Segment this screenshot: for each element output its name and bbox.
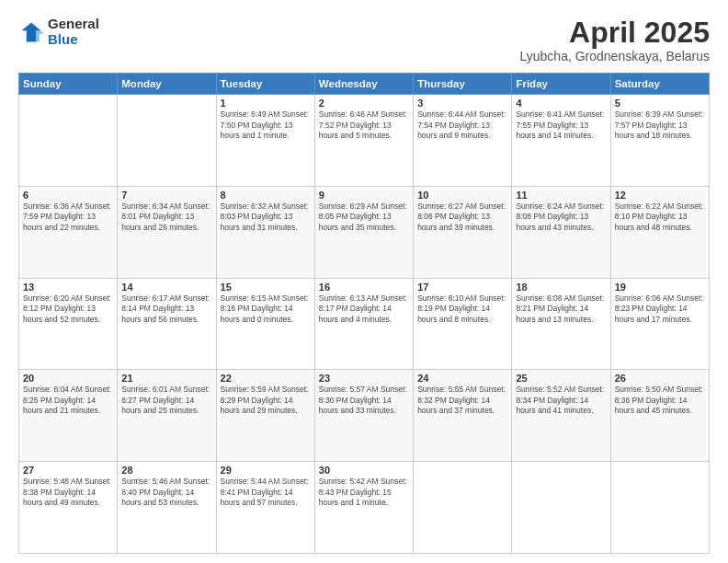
weekday-header-saturday: Saturday <box>610 74 709 95</box>
logo-blue-text: Blue <box>48 32 99 48</box>
calendar-cell: 27Sunrise: 5:48 AM Sunset: 8:38 PM Dayli… <box>19 462 118 554</box>
calendar-cell: 4Sunrise: 6:41 AM Sunset: 7:55 PM Daylig… <box>512 95 610 187</box>
calendar-cell <box>512 462 610 554</box>
week-row-5: 27Sunrise: 5:48 AM Sunset: 8:38 PM Dayli… <box>19 462 710 554</box>
day-number: 27 <box>23 465 113 476</box>
page: General Blue April 2025 Lyubcha, Grodnen… <box>0 0 728 563</box>
day-number: 20 <box>23 373 113 384</box>
calendar-cell: 22Sunrise: 5:59 AM Sunset: 8:29 PM Dayli… <box>216 370 314 462</box>
title-block: April 2025 Lyubcha, Grodnenskaya, Belaru… <box>520 17 711 63</box>
day-info: Sunrise: 5:55 AM Sunset: 8:32 PM Dayligh… <box>417 385 507 416</box>
day-info: Sunrise: 6:39 AM Sunset: 7:57 PM Dayligh… <box>615 109 705 141</box>
calendar-cell: 2Sunrise: 6:46 AM Sunset: 7:52 PM Daylig… <box>314 95 413 187</box>
weekday-header-thursday: Thursday <box>414 74 512 95</box>
weekday-header-tuesday: Tuesday <box>216 74 314 95</box>
day-info: Sunrise: 6:27 AM Sunset: 8:06 PM Dayligh… <box>417 201 507 233</box>
day-info: Sunrise: 6:34 AM Sunset: 8:01 PM Dayligh… <box>121 201 211 233</box>
calendar-cell: 11Sunrise: 6:24 AM Sunset: 8:08 PM Dayli… <box>512 186 610 278</box>
logo-text: General Blue <box>48 17 99 47</box>
day-info: Sunrise: 5:46 AM Sunset: 8:40 PM Dayligh… <box>121 477 211 508</box>
day-info: Sunrise: 6:41 AM Sunset: 7:55 PM Dayligh… <box>516 109 606 141</box>
day-number: 17 <box>417 282 507 293</box>
calendar-cell: 28Sunrise: 5:46 AM Sunset: 8:40 PM Dayli… <box>118 462 216 554</box>
day-info: Sunrise: 6:17 AM Sunset: 8:14 PM Dayligh… <box>121 293 211 325</box>
calendar-cell: 18Sunrise: 6:08 AM Sunset: 8:21 PM Dayli… <box>512 278 610 370</box>
day-number: 18 <box>516 282 606 293</box>
calendar-cell: 9Sunrise: 6:29 AM Sunset: 8:05 PM Daylig… <box>314 186 413 278</box>
day-number: 3 <box>417 98 507 109</box>
day-number: 16 <box>319 282 409 293</box>
day-info: Sunrise: 6:22 AM Sunset: 8:10 PM Dayligh… <box>615 201 705 233</box>
day-info: Sunrise: 5:44 AM Sunset: 8:41 PM Dayligh… <box>221 477 311 508</box>
day-number: 14 <box>121 282 211 293</box>
calendar-cell: 29Sunrise: 5:44 AM Sunset: 8:41 PM Dayli… <box>216 462 314 554</box>
day-number: 8 <box>221 190 311 201</box>
week-row-4: 20Sunrise: 6:04 AM Sunset: 8:25 PM Dayli… <box>19 370 710 462</box>
day-info: Sunrise: 6:10 AM Sunset: 8:19 PM Dayligh… <box>417 293 507 325</box>
calendar-cell: 13Sunrise: 6:20 AM Sunset: 8:12 PM Dayli… <box>19 278 118 370</box>
calendar-title: April 2025 <box>520 17 711 49</box>
week-row-1: 1Sunrise: 6:49 AM Sunset: 7:50 PM Daylig… <box>19 95 710 187</box>
day-info: Sunrise: 5:57 AM Sunset: 8:30 PM Dayligh… <box>319 385 409 416</box>
day-number: 29 <box>221 465 311 476</box>
day-number: 7 <box>121 190 211 201</box>
day-number: 23 <box>319 373 409 384</box>
calendar-cell <box>19 95 118 187</box>
calendar-cell: 7Sunrise: 6:34 AM Sunset: 8:01 PM Daylig… <box>118 186 216 278</box>
day-number: 5 <box>615 98 705 109</box>
calendar-cell: 24Sunrise: 5:55 AM Sunset: 8:32 PM Dayli… <box>414 370 512 462</box>
day-number: 22 <box>221 373 311 384</box>
calendar-cell: 19Sunrise: 6:06 AM Sunset: 8:23 PM Dayli… <box>610 278 709 370</box>
day-number: 6 <box>23 190 113 201</box>
calendar-cell: 14Sunrise: 6:17 AM Sunset: 8:14 PM Dayli… <box>118 278 216 370</box>
day-number: 28 <box>121 465 211 476</box>
day-info: Sunrise: 6:44 AM Sunset: 7:54 PM Dayligh… <box>417 109 507 141</box>
day-number: 9 <box>319 190 409 201</box>
weekday-header-friday: Friday <box>512 74 610 95</box>
calendar-cell: 12Sunrise: 6:22 AM Sunset: 8:10 PM Dayli… <box>610 186 709 278</box>
calendar-cell: 30Sunrise: 5:42 AM Sunset: 8:43 PM Dayli… <box>314 462 413 554</box>
day-number: 12 <box>615 190 705 201</box>
day-info: Sunrise: 6:32 AM Sunset: 8:03 PM Dayligh… <box>221 201 311 233</box>
day-number: 30 <box>319 465 409 476</box>
day-number: 21 <box>121 373 211 384</box>
day-info: Sunrise: 6:20 AM Sunset: 8:12 PM Dayligh… <box>23 293 113 325</box>
day-info: Sunrise: 6:13 AM Sunset: 8:17 PM Dayligh… <box>319 293 409 325</box>
day-number: 24 <box>417 373 507 384</box>
day-number: 25 <box>516 373 606 384</box>
day-info: Sunrise: 6:46 AM Sunset: 7:52 PM Dayligh… <box>319 109 409 141</box>
weekday-header-sunday: Sunday <box>19 74 118 95</box>
week-row-3: 13Sunrise: 6:20 AM Sunset: 8:12 PM Dayli… <box>19 278 710 370</box>
day-number: 13 <box>23 282 113 293</box>
day-info: Sunrise: 6:24 AM Sunset: 8:08 PM Dayligh… <box>516 201 606 233</box>
logo-general-text: General <box>48 17 99 32</box>
calendar-cell: 25Sunrise: 5:52 AM Sunset: 8:34 PM Dayli… <box>512 370 610 462</box>
day-number: 11 <box>516 190 606 201</box>
calendar-cell: 10Sunrise: 6:27 AM Sunset: 8:06 PM Dayli… <box>414 186 512 278</box>
logo-icon <box>18 19 44 45</box>
calendar-cell: 17Sunrise: 6:10 AM Sunset: 8:19 PM Dayli… <box>414 278 512 370</box>
day-info: Sunrise: 5:48 AM Sunset: 8:38 PM Dayligh… <box>23 477 113 508</box>
day-number: 15 <box>221 282 311 293</box>
day-info: Sunrise: 6:08 AM Sunset: 8:21 PM Dayligh… <box>516 293 606 325</box>
day-info: Sunrise: 6:04 AM Sunset: 8:25 PM Dayligh… <box>23 385 113 416</box>
calendar-subtitle: Lyubcha, Grodnenskaya, Belarus <box>520 49 711 63</box>
day-number: 10 <box>417 190 507 201</box>
calendar-cell: 1Sunrise: 6:49 AM Sunset: 7:50 PM Daylig… <box>216 95 314 187</box>
day-info: Sunrise: 6:01 AM Sunset: 8:27 PM Dayligh… <box>121 385 211 416</box>
calendar-cell: 3Sunrise: 6:44 AM Sunset: 7:54 PM Daylig… <box>414 95 512 187</box>
calendar-cell: 16Sunrise: 6:13 AM Sunset: 8:17 PM Dayli… <box>314 278 413 370</box>
day-number: 4 <box>516 98 606 109</box>
day-info: Sunrise: 5:59 AM Sunset: 8:29 PM Dayligh… <box>221 385 311 416</box>
calendar-cell <box>610 462 709 554</box>
weekday-header-monday: Monday <box>118 74 216 95</box>
calendar-cell: 26Sunrise: 5:50 AM Sunset: 8:36 PM Dayli… <box>610 370 709 462</box>
weekday-header-wednesday: Wednesday <box>314 74 413 95</box>
day-number: 2 <box>319 98 409 109</box>
calendar-cell: 20Sunrise: 6:04 AM Sunset: 8:25 PM Dayli… <box>19 370 118 462</box>
day-info: Sunrise: 6:29 AM Sunset: 8:05 PM Dayligh… <box>319 201 409 233</box>
day-number: 19 <box>615 282 705 293</box>
calendar-cell <box>414 462 512 554</box>
header: General Blue April 2025 Lyubcha, Grodnen… <box>18 17 710 63</box>
day-info: Sunrise: 5:50 AM Sunset: 8:36 PM Dayligh… <box>615 385 705 416</box>
